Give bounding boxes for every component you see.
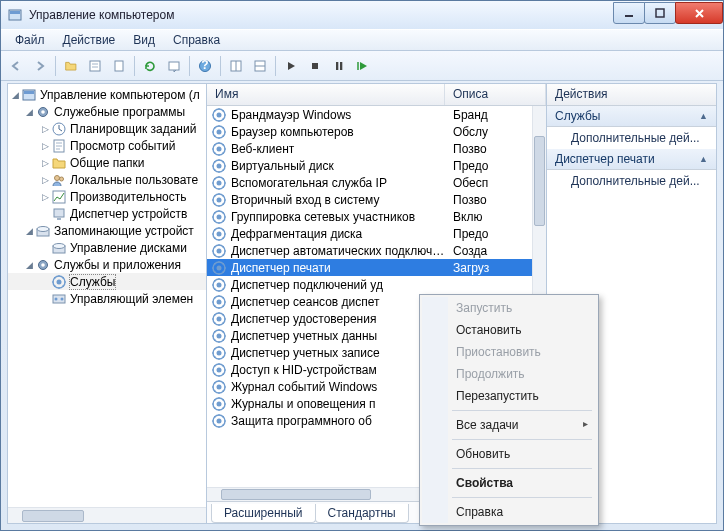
- properties-button[interactable]: [84, 55, 106, 77]
- ctx-stop[interactable]: Остановить: [422, 319, 596, 341]
- service-icon: [211, 328, 227, 344]
- service-desc: Обслу: [449, 125, 532, 139]
- service-icon: [211, 396, 227, 412]
- service-icon: [211, 260, 227, 276]
- stop-button[interactable]: [304, 55, 326, 77]
- tree-storage[interactable]: ◢Запоминающие устройст: [8, 222, 206, 239]
- service-name: Вторичный вход в систему: [231, 193, 449, 207]
- service-row[interactable]: Виртуальный дискПредо: [207, 157, 532, 174]
- titlebar[interactable]: Управление компьютером: [1, 1, 723, 29]
- window-title: Управление компьютером: [29, 8, 613, 22]
- app-icon: [7, 7, 23, 23]
- export-button[interactable]: [108, 55, 130, 77]
- menu-view[interactable]: Вид: [125, 31, 163, 49]
- ctx-resume[interactable]: Продолжить: [422, 363, 596, 385]
- tree-system-tools[interactable]: ◢Служебные программы: [8, 103, 206, 120]
- up-button[interactable]: [60, 55, 82, 77]
- ctx-properties[interactable]: Свойства: [422, 472, 596, 494]
- service-desc: Предо: [449, 159, 532, 173]
- tree-hscrollbar[interactable]: [8, 507, 206, 523]
- tab-extended[interactable]: Расширенный: [211, 504, 316, 523]
- menu-action[interactable]: Действие: [55, 31, 124, 49]
- collapse-icon: ▲: [699, 154, 708, 164]
- nav-back-button[interactable]: [5, 55, 27, 77]
- view-columns-button[interactable]: [225, 55, 247, 77]
- service-name: Диспетчер сеансов диспет: [231, 295, 449, 309]
- actions-more-1[interactable]: Дополнительные дей...: [547, 127, 716, 149]
- service-name: Диспетчер подключений уд: [231, 278, 449, 292]
- ctx-refresh[interactable]: Обновить: [422, 443, 596, 465]
- ctx-help[interactable]: Справка: [422, 501, 596, 523]
- service-row[interactable]: Браузер компьютеровОбслу: [207, 123, 532, 140]
- ctx-all-tasks[interactable]: Все задачи: [422, 414, 596, 436]
- service-desc: Предо: [449, 227, 532, 241]
- ctx-pause[interactable]: Приостановить: [422, 341, 596, 363]
- tree-performance[interactable]: ▷Производительность: [8, 188, 206, 205]
- service-row[interactable]: Диспетчер автоматических подключени...Со…: [207, 242, 532, 259]
- actions-section-selected[interactable]: Диспетчер печати▲: [547, 149, 716, 170]
- view-split-button[interactable]: [249, 55, 271, 77]
- service-row[interactable]: Диспетчер подключений уд: [207, 276, 532, 293]
- tree-event-viewer[interactable]: ▷Просмотр событий: [8, 137, 206, 154]
- service-name: Доступ к HID-устройствам: [231, 363, 449, 377]
- tree-root[interactable]: ◢Управление компьютером (л: [8, 86, 206, 103]
- tab-standard[interactable]: Стандартны: [315, 504, 409, 523]
- service-desc: Бранд: [449, 108, 532, 122]
- restart-button[interactable]: [352, 55, 374, 77]
- menu-help[interactable]: Справка: [165, 31, 228, 49]
- console-tree[interactable]: ◢Управление компьютером (л ◢Служебные пр…: [8, 84, 206, 507]
- export-list-button[interactable]: [163, 55, 185, 77]
- toolbar: ?: [1, 51, 723, 81]
- tree-disk-mgmt[interactable]: Управление дисками: [8, 239, 206, 256]
- play-button[interactable]: [280, 55, 302, 77]
- pause-button[interactable]: [328, 55, 350, 77]
- tree-services[interactable]: Службы: [8, 273, 206, 290]
- close-button[interactable]: [675, 2, 723, 24]
- service-row[interactable]: Веб-клиентПозво: [207, 140, 532, 157]
- nav-forward-button[interactable]: [29, 55, 51, 77]
- ctx-restart[interactable]: Перезапустить: [422, 385, 596, 407]
- menu-file[interactable]: Файл: [7, 31, 53, 49]
- tree-local-users[interactable]: ▷Локальные пользовате: [8, 171, 206, 188]
- tree-task-scheduler[interactable]: ▷Планировщик заданий: [8, 120, 206, 137]
- tree-pane: ◢Управление компьютером (л ◢Служебные пр…: [8, 84, 206, 523]
- tree-device-manager[interactable]: Диспетчер устройств: [8, 205, 206, 222]
- svg-rect-28: [340, 62, 342, 70]
- service-icon: [211, 141, 227, 157]
- service-icon: [211, 209, 227, 225]
- service-name: Вспомогательная служба IP: [231, 176, 449, 190]
- service-icon: [211, 107, 227, 123]
- service-desc: Позво: [449, 193, 532, 207]
- service-icon: [211, 379, 227, 395]
- service-row[interactable]: Вторичный вход в системуПозво: [207, 191, 532, 208]
- svg-rect-21: [169, 62, 179, 70]
- ctx-start[interactable]: Запустить: [422, 297, 596, 319]
- collapse-icon: ▲: [699, 111, 708, 121]
- tree-shared-folders[interactable]: ▷Общие папки: [8, 154, 206, 171]
- service-icon: [211, 345, 227, 361]
- service-name: Виртуальный диск: [231, 159, 449, 173]
- context-menu: Запустить Остановить Приостановить Продо…: [419, 294, 599, 526]
- tree-wmi[interactable]: Управляющий элемен: [8, 290, 206, 307]
- svg-rect-20: [115, 61, 123, 71]
- col-name[interactable]: Имя: [207, 84, 445, 105]
- service-name: Диспетчер учетных записе: [231, 346, 449, 360]
- service-icon: [211, 311, 227, 327]
- window-frame: Управление компьютером Файл Действие Вид…: [0, 0, 724, 531]
- refresh-button[interactable]: [139, 55, 161, 77]
- minimize-button[interactable]: [613, 2, 645, 24]
- tree-services-apps[interactable]: ◢Службы и приложения: [8, 256, 206, 273]
- service-name: Браузер компьютеров: [231, 125, 449, 139]
- help-button[interactable]: ?: [194, 55, 216, 77]
- actions-section-services[interactable]: Службы▲: [547, 106, 716, 127]
- actions-more-2[interactable]: Дополнительные дей...: [547, 170, 716, 192]
- service-row[interactable]: Брандмауэр WindowsБранд: [207, 106, 532, 123]
- services-header[interactable]: Имя Описа: [207, 84, 546, 106]
- service-row[interactable]: Дефрагментация дискаПредо: [207, 225, 532, 242]
- maximize-button[interactable]: [644, 2, 676, 24]
- col-desc[interactable]: Описа: [445, 84, 546, 105]
- service-row[interactable]: Группировка сетевых участниковВклю: [207, 208, 532, 225]
- service-row[interactable]: Диспетчер печатиЗагруз: [207, 259, 532, 276]
- service-row[interactable]: Вспомогательная служба IPОбесп: [207, 174, 532, 191]
- service-icon: [211, 243, 227, 259]
